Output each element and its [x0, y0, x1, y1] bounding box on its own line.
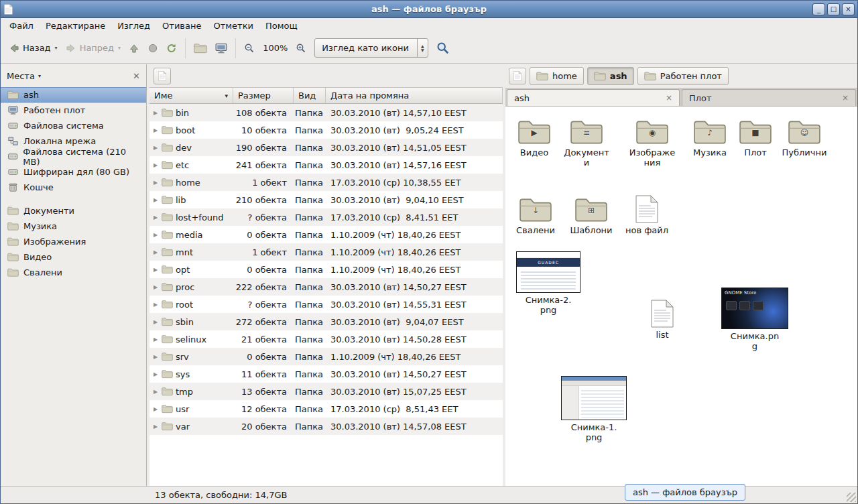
expander-icon[interactable]: ▶	[152, 406, 159, 412]
path-button-home[interactable]: home	[530, 67, 584, 85]
table-row[interactable]: ▶ opt 0 обекта Папка 1.10.2009 (чт) 18,4…	[149, 261, 503, 278]
table-row[interactable]: ▶ boot 10 обекта Папка 30.03.2010 (вт) 9…	[149, 121, 503, 139]
sidebar-item-файлова-система-210-mb-[interactable]: Файлова система (210 MB)	[1, 149, 146, 164]
menu-item[interactable]: Редактиране	[40, 19, 111, 32]
menu-item[interactable]: Изглед	[111, 19, 156, 32]
close-button[interactable]: ×	[842, 3, 855, 15]
menu-item[interactable]: Отметки	[207, 19, 259, 32]
view-mode-select[interactable]: Изглед като икони ▲ ▼	[314, 38, 428, 58]
menu-item[interactable]: Помощ	[259, 19, 304, 32]
path-button-ash[interactable]: ash	[587, 67, 634, 85]
tree-pane-button[interactable]	[154, 68, 171, 84]
sidebar-item-работен-плот[interactable]: Работен плот	[1, 103, 146, 118]
sort-arrow-icon[interactable]: ▾	[225, 92, 228, 99]
folder-item-изображения[interactable]: ◉Изображения	[623, 115, 681, 168]
sidebar-item-свалени[interactable]: Свалени	[1, 265, 146, 280]
zoom-in-button[interactable]	[292, 40, 310, 57]
expander-icon[interactable]: ▶	[152, 371, 159, 377]
sidebar-title[interactable]: Места	[7, 71, 35, 81]
up-button[interactable]	[125, 40, 143, 57]
sidebar-item-изображения[interactable]: Изображения	[1, 234, 146, 249]
expander-icon[interactable]: ▶	[152, 319, 159, 325]
path-button-работен-плот[interactable]: Работен плот	[637, 67, 729, 85]
expander-icon[interactable]: ▶	[152, 162, 159, 168]
home-button[interactable]	[190, 40, 211, 57]
sidebar-item-файлова-система[interactable]: Файлова система	[1, 118, 146, 133]
table-row[interactable]: ▶ root ? обекта Папка 30.03.2010 (вт) 14…	[149, 296, 503, 313]
expander-icon[interactable]: ▶	[152, 302, 159, 308]
expander-icon[interactable]: ▶	[152, 110, 159, 116]
file-item-снимка-1-png[interactable]: Снимка-1.png	[558, 376, 630, 442]
expander-icon[interactable]: ▶	[152, 145, 159, 151]
column-header-date[interactable]: Дата на промяна	[326, 88, 503, 103]
expander-icon[interactable]: ▶	[152, 197, 159, 203]
table-row[interactable]: ▶ var 20 обекта Папка 30.03.2010 (вт) 14…	[149, 418, 503, 435]
maximize-button[interactable]: □	[827, 3, 840, 15]
tab-close-icon[interactable]: ×	[666, 93, 672, 103]
sidebar-item-видео[interactable]: Видео	[1, 249, 146, 265]
stop-button[interactable]	[143, 40, 162, 57]
table-row[interactable]: ▶ home 1 обект Папка 17.03.2010 (ср) 10,…	[149, 174, 503, 191]
chevron-down-icon[interactable]: ▾	[38, 73, 41, 79]
file-item-нов-файл[interactable]: нов файл	[618, 192, 676, 235]
table-row[interactable]: ▶ dev 190 обекта Папка 30.03.2010 (вт) 1…	[149, 139, 503, 156]
expander-icon[interactable]: ▶	[152, 284, 159, 290]
table-row[interactable]: ▶ lost+found ? обекта Папка 17.03.2010 (…	[149, 208, 503, 226]
titlebar[interactable]: ash — файлов браузър _ □ ×	[1, 1, 857, 18]
table-row[interactable]: ▶ usr 12 обекта Папка 17.03.2010 (ср) 8,…	[149, 400, 503, 418]
tab-плот[interactable]: Плот ×	[682, 89, 856, 106]
tab-ash[interactable]: ash ×	[507, 89, 680, 106]
icon-view[interactable]: ▶Видео≡Документи◉Изображения♪Музика■Плот…	[505, 107, 857, 486]
menu-item[interactable]: Файл	[3, 19, 40, 32]
table-row[interactable]: ▶ tmp 13 обекта Папка 30.03.2010 (вт) 15…	[149, 383, 503, 400]
table-row[interactable]: ▶ lib 210 обекта Папка 30.03.2010 (вт) 9…	[149, 191, 503, 208]
sidebar-item-музика[interactable]: Музика	[1, 218, 146, 234]
expander-icon[interactable]: ▶	[152, 336, 159, 342]
table-row[interactable]: ▶ srv 0 обекта Папка 1.10.2009 (чт) 18,4…	[149, 348, 503, 365]
minimize-button[interactable]: _	[812, 3, 825, 15]
sidebar-close-icon[interactable]: ✕	[133, 71, 140, 81]
column-header-name[interactable]: Име ▾	[149, 88, 233, 103]
expander-icon[interactable]: ▶	[152, 249, 159, 255]
sidebar-item-кошче[interactable]: Кошче	[1, 180, 146, 195]
back-button[interactable]: Назад ▾	[5, 40, 62, 57]
computer-button[interactable]	[211, 39, 231, 58]
table-row[interactable]: ▶ media 0 обекта Папка 1.10.2009 (чт) 18…	[149, 226, 503, 243]
expander-icon[interactable]: ▶	[152, 354, 159, 360]
table-row[interactable]: ▶ proc 222 обекта Папка 30.03.2010 (вт) …	[149, 278, 503, 296]
sidebar-item-документи[interactable]: Документи	[1, 203, 146, 218]
expander-icon[interactable]: ▶	[152, 232, 159, 238]
table-row[interactable]: ▶ bin 108 обекта Папка 30.03.2010 (вт) 1…	[149, 104, 503, 121]
reload-button[interactable]	[162, 40, 181, 57]
table-row[interactable]: ▶ selinux 21 обекта Папка 30.03.2010 (вт…	[149, 330, 503, 348]
table-row[interactable]: ▶ mnt 1 обект Папка 1.10.2009 (чт) 18,40…	[149, 243, 503, 261]
sidebar-item-ash[interactable]: ash	[1, 87, 146, 103]
file-item-list[interactable]: list	[633, 297, 691, 340]
tab-close-icon[interactable]: ×	[842, 93, 849, 103]
forward-button[interactable]: Напред ▾	[62, 40, 125, 57]
expander-icon[interactable]: ▶	[152, 127, 159, 133]
column-header-type[interactable]: Вид	[294, 88, 326, 103]
expander-icon[interactable]: ▶	[152, 180, 159, 186]
folder-item-шаблони[interactable]: ⊞Шаблони	[562, 192, 620, 235]
expander-icon[interactable]: ▶	[152, 214, 159, 220]
column-header-size[interactable]: Размер	[233, 88, 294, 103]
zoom-out-button[interactable]	[240, 40, 259, 57]
chevron-down-icon[interactable]: ▾	[55, 45, 58, 51]
file-item-снимка-2-png[interactable]: GUADECСнимка-2.png	[512, 251, 585, 315]
file-item-снимка-png[interactable]: GNOME StoreСнимка.png	[719, 288, 791, 351]
folder-item-видео[interactable]: ▶Видео	[505, 115, 563, 158]
expander-icon[interactable]: ▶	[152, 424, 159, 430]
resize-grip[interactable]	[847, 493, 856, 502]
table-row[interactable]: ▶ etc 241 обекта Папка 30.03.2010 (вт) 1…	[149, 156, 503, 174]
table-row[interactable]: ▶ sys 11 обекта Папка 30.03.2010 (вт) 14…	[149, 365, 503, 383]
table-row[interactable]: ▶ sbin 272 обекта Папка 30.03.2010 (вт) …	[149, 313, 503, 330]
menu-item[interactable]: Отиване	[156, 19, 207, 32]
folder-item-документи[interactable]: ≡Документи	[558, 115, 615, 168]
spinner-arrows-icon[interactable]: ▲ ▼	[417, 39, 428, 57]
search-button[interactable]	[432, 38, 453, 58]
expander-icon[interactable]: ▶	[152, 389, 159, 395]
folder-item-свалени[interactable]: ↓Свалени	[507, 192, 564, 235]
location-toggle-button[interactable]	[509, 68, 526, 84]
expander-icon[interactable]: ▶	[152, 267, 159, 273]
